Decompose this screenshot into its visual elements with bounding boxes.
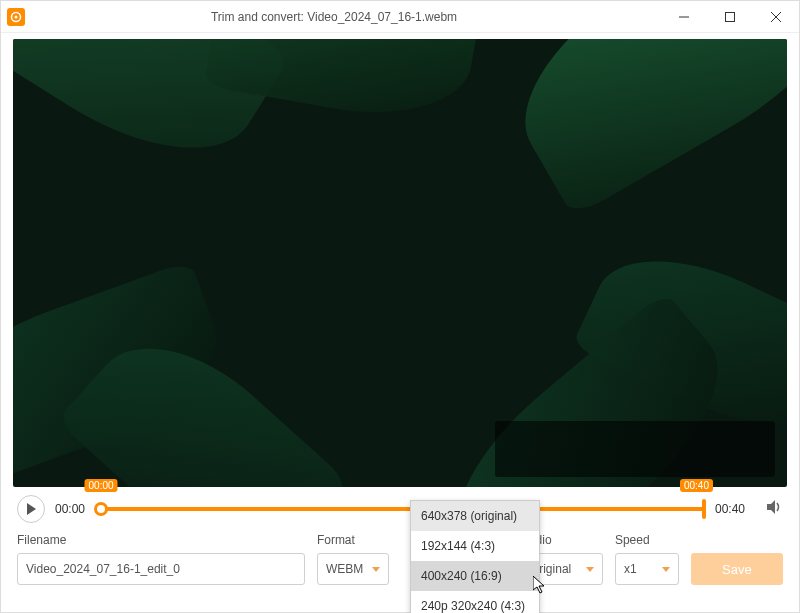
volume-button[interactable] <box>765 498 783 520</box>
speed-select[interactable]: x1 <box>615 553 679 585</box>
speed-label: Speed <box>615 533 679 547</box>
trim-end-badge: 00:40 <box>680 479 713 492</box>
minimize-button[interactable] <box>661 1 707 32</box>
end-time: 00:40 <box>715 502 745 516</box>
size-dropdown: 640x378 (original) 192x144 (4:3) 400x240… <box>410 500 540 613</box>
filename-input[interactable] <box>17 553 305 585</box>
format-value: WEBM <box>326 562 363 576</box>
size-option[interactable]: 640x378 (original) <box>411 501 539 531</box>
format-select[interactable]: WEBM <box>317 553 389 585</box>
current-time: 00:00 <box>55 502 85 516</box>
window-controls <box>661 1 799 32</box>
chevron-down-icon <box>372 567 380 572</box>
volume-icon <box>765 498 783 516</box>
play-icon <box>26 503 36 515</box>
trim-timeline[interactable]: 00:00 00:40 <box>95 497 705 521</box>
trim-end-handle[interactable] <box>702 499 706 519</box>
format-label: Format <box>317 533 389 547</box>
window-title: Trim and convert: Video_2024_07_16-1.web… <box>31 10 661 24</box>
filename-field: Filename <box>17 533 305 585</box>
svg-point-1 <box>15 15 18 18</box>
size-option[interactable]: 240p 320x240 (4:3) <box>411 591 539 613</box>
chevron-down-icon <box>586 567 594 572</box>
maximize-icon <box>725 12 735 22</box>
maximize-button[interactable] <box>707 1 753 32</box>
video-preview[interactable] <box>13 39 787 487</box>
filename-label: Filename <box>17 533 305 547</box>
speed-field: Speed x1 <box>615 533 679 585</box>
titlebar: Trim and convert: Video_2024_07_16-1.web… <box>1 1 799 33</box>
svg-rect-3 <box>726 12 735 21</box>
size-option[interactable]: 400x240 (16:9) <box>411 561 539 591</box>
close-button[interactable] <box>753 1 799 32</box>
play-button[interactable] <box>17 495 45 523</box>
timeline-track <box>95 507 705 511</box>
format-field: Format WEBM <box>317 533 389 585</box>
playback-controls: 00:00 00:00 00:40 00:40 <box>1 487 799 527</box>
close-icon <box>771 12 781 22</box>
app-icon <box>7 8 25 26</box>
minimize-icon <box>679 12 689 22</box>
trim-start-badge: 00:00 <box>85 479 118 492</box>
speed-value: x1 <box>624 562 637 576</box>
app-window: Trim and convert: Video_2024_07_16-1.web… <box>0 0 800 613</box>
svg-marker-7 <box>767 500 775 514</box>
chevron-down-icon <box>662 567 670 572</box>
save-button[interactable]: Save <box>691 553 783 585</box>
svg-marker-6 <box>27 503 36 515</box>
trim-start-handle[interactable] <box>94 502 108 516</box>
settings-row: Filename Format WEBM Audio Original Spee… <box>1 527 799 597</box>
video-overlay-box <box>495 421 775 477</box>
size-option[interactable]: 192x144 (4:3) <box>411 531 539 561</box>
